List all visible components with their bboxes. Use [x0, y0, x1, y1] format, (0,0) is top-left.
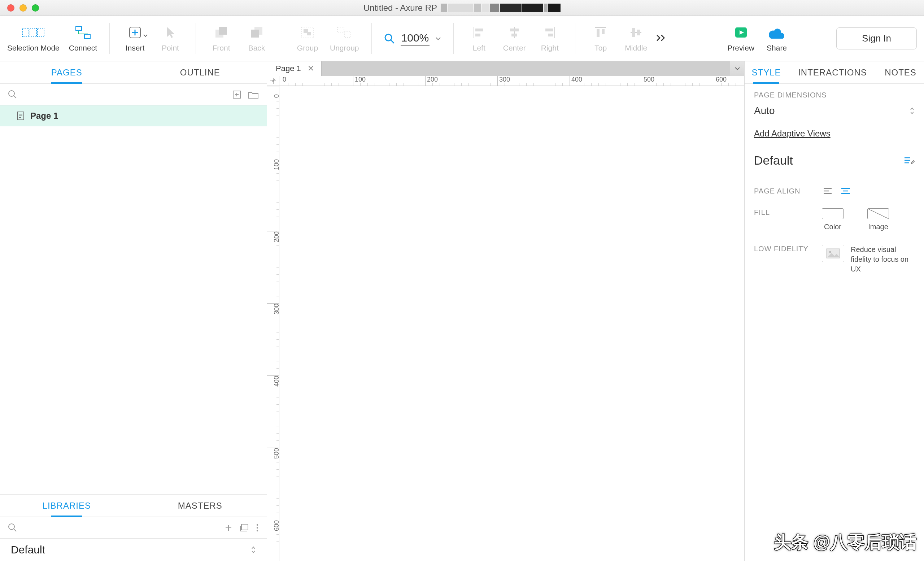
svg-rect-2 [38, 28, 44, 37]
titlebar-redacted [441, 4, 561, 12]
library-more-icon[interactable] [256, 524, 259, 532]
ruler-tick: 200 [425, 76, 438, 86]
add-library-icon[interactable] [224, 524, 233, 532]
horizontal-ruler[interactable]: 0100200300400500600 [279, 76, 744, 86]
svg-point-30 [9, 524, 14, 530]
fill-color-button[interactable]: Color [822, 208, 843, 231]
align-top-icon [594, 25, 607, 40]
back-button: Back [244, 25, 270, 52]
fill-image-swatch [867, 208, 889, 219]
page-dimensions-select[interactable]: Auto [754, 105, 915, 119]
align-center-icon [508, 25, 521, 40]
ruler-tick: 600 [267, 520, 279, 520]
ungroup-button: Ungroup [330, 25, 359, 52]
toolbar-overflow-button[interactable] [649, 34, 674, 43]
svg-rect-19 [512, 34, 517, 36]
watermark: 头条 @八零后琐话 [774, 531, 917, 554]
align-middle-button: Middle [623, 25, 649, 52]
svg-rect-17 [476, 34, 480, 36]
svg-point-27 [9, 91, 14, 96]
vertical-ruler[interactable]: 0100200300400500600 [267, 86, 279, 561]
main-toolbar: Selection Mode Connect [0, 16, 924, 62]
search-icon[interactable] [8, 90, 17, 99]
share-button[interactable]: Share [764, 25, 790, 52]
align-left-button: Left [466, 25, 492, 52]
zoom-control[interactable]: 100% [384, 32, 441, 45]
share-icon [768, 25, 785, 40]
svg-rect-3 [76, 26, 82, 31]
canvas[interactable] [279, 86, 744, 561]
tab-libraries[interactable]: LIBRARIES [0, 495, 134, 517]
sign-in-button[interactable]: Sign In [836, 27, 917, 50]
group-button: Group [294, 25, 321, 52]
tab-style[interactable]: STYLE [745, 62, 788, 83]
close-tab-icon[interactable]: ✕ [308, 64, 314, 73]
maximize-window-button[interactable] [32, 4, 39, 12]
edit-style-icon[interactable] [904, 156, 915, 165]
ruler-tick: 600 [714, 76, 727, 86]
updown-chevron-icon [910, 107, 915, 115]
tabbar-expand-button[interactable] [730, 62, 744, 76]
tab-outline[interactable]: OUTLINE [134, 62, 267, 83]
tab-pages[interactable]: PAGES [0, 62, 134, 83]
page-icon [16, 111, 24, 121]
svg-rect-4 [84, 34, 90, 39]
svg-point-33 [256, 527, 258, 528]
svg-point-32 [256, 524, 258, 525]
tab-notes[interactable]: NOTES [877, 62, 924, 83]
minimize-window-button[interactable] [20, 4, 27, 12]
front-button: Front [208, 25, 234, 52]
selection-mode-button[interactable]: Selection Mode [7, 25, 60, 52]
zoom-value: 100% [400, 32, 430, 45]
low-fidelity-button[interactable] [822, 245, 844, 262]
svg-rect-21 [548, 34, 554, 36]
fill-image-button[interactable]: Image [867, 208, 889, 231]
page-tree-item-label: Page 1 [30, 111, 58, 121]
ruler-tick: 400 [570, 76, 582, 86]
page-align-center-button[interactable] [840, 186, 852, 196]
group-icon [300, 25, 315, 40]
document-tabbar: Page 1 ✕ [267, 62, 744, 76]
svg-rect-13 [338, 27, 344, 33]
updown-chevron-icon [251, 546, 256, 554]
chevron-down-icon [435, 37, 441, 40]
align-center-button: Center [501, 25, 527, 52]
window-controls [7, 4, 39, 12]
library-selector[interactable]: Default [0, 538, 267, 561]
zoom-icon [384, 33, 395, 44]
library-stack-icon[interactable] [239, 524, 249, 532]
svg-rect-18 [510, 28, 519, 32]
low-fidelity-description: Reduce visual fidelity to focus on UX [851, 245, 915, 274]
tab-masters[interactable]: MASTERS [134, 495, 267, 517]
close-window-button[interactable] [7, 4, 14, 12]
preview-button[interactable]: Preview [727, 25, 754, 52]
svg-point-36 [829, 251, 831, 253]
page-tree-item[interactable]: Page 1 [0, 105, 267, 126]
back-icon [249, 25, 264, 40]
svg-rect-23 [602, 29, 604, 34]
add-adaptive-views-link[interactable]: Add Adaptive Views [754, 129, 831, 139]
inspector-panel: STYLE INTERACTIONS NOTES PAGE DIMENSIONS… [744, 62, 924, 561]
double-chevron-right-icon [656, 34, 666, 42]
tab-interactions[interactable]: INTERACTIONS [788, 62, 877, 83]
add-page-icon[interactable] [232, 90, 242, 99]
align-right-button: Right [537, 25, 563, 52]
svg-rect-12 [307, 32, 311, 35]
ruler-tick: 300 [497, 76, 510, 86]
document-tab[interactable]: Page 1 ✕ [267, 62, 322, 76]
left-panel: PAGES OUTLINE [0, 62, 267, 561]
library-search-icon[interactable] [8, 523, 17, 532]
svg-point-34 [256, 530, 258, 531]
point-button: Point [158, 25, 183, 52]
add-folder-icon[interactable] [248, 90, 259, 99]
preview-icon [734, 25, 748, 40]
ungroup-icon [336, 25, 352, 40]
ruler-origin-button[interactable] [267, 76, 279, 86]
connect-button[interactable]: Connect [69, 25, 97, 52]
insert-button[interactable]: Insert [122, 25, 148, 52]
ruler-tick: 300 [267, 303, 279, 304]
svg-rect-20 [545, 28, 554, 32]
page-align-left-button[interactable] [822, 186, 833, 196]
ruler-tick: 500 [267, 448, 279, 448]
front-icon [214, 25, 228, 40]
